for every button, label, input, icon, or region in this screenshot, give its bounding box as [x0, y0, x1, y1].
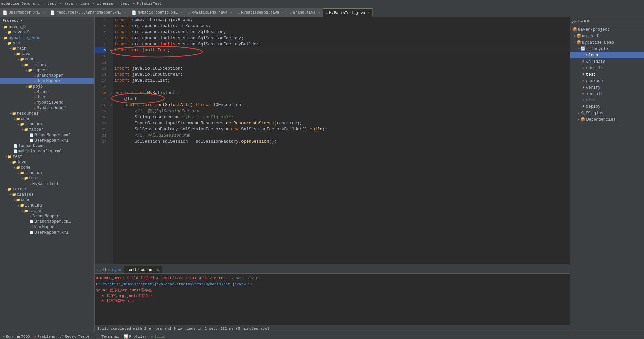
close-icon[interactable]: ✕ — [181, 11, 182, 15]
tree-item-usermapper-xml2[interactable]: 📄 UserMapper.xml — [0, 230, 94, 235]
maven-menu-icon[interactable]: ≡ — [587, 19, 589, 24]
tree-item-java2[interactable]: ▾ 📁 java — [0, 160, 94, 165]
tree-item-mybatisdemo2[interactable]: ☕ MybatisDemo2 — [0, 105, 94, 111]
tree-item-come4[interactable]: ▾ 📁 come — [0, 197, 94, 203]
maven-run-icon[interactable]: ▶ — [574, 19, 577, 24]
close-icon[interactable]: ✕ — [43, 11, 44, 15]
tree-item-logback[interactable]: 📄 logback.xml — [0, 143, 94, 149]
maven-item-lifecycle[interactable]: ▾ 🔄 Lifecycle — [570, 46, 644, 52]
tree-item-test2[interactable]: ▾ 📁 test — [0, 176, 94, 181]
tree-item-main[interactable]: ▾ 📁 main — [0, 46, 94, 51]
tree-item-classes[interactable]: ▾ 📁 classes — [0, 192, 94, 197]
maven-item-dependencies[interactable]: ▸ 📦 Dependencies — [570, 116, 644, 123]
close-icon[interactable]: ✕ — [230, 11, 232, 15]
tree-item-brandmapper-xml2[interactable]: 📄 BrandMapper.xml — [0, 219, 94, 224]
tree-item-brandmapper2[interactable]: ☕ BrandMapper — [0, 214, 94, 219]
maven-item-test[interactable]: ⚡ test — [570, 71, 644, 78]
file-path-line[interactable]: F:\mybatise_Demo\src\test\java\come\ithe… — [96, 282, 568, 286]
regex-tester-button[interactable]: .* Regex Tester — [59, 335, 91, 339]
tree-label: Brand — [37, 90, 49, 94]
tab-brand[interactable]: ☕ Brand.java ✕ — [287, 8, 323, 17]
tree-item-user[interactable]: ☕ User — [0, 95, 94, 100]
tree-item-usermapper[interactable]: ☕ UserMapper — [0, 78, 94, 84]
error-item-2: ✖ 找不到符号 :17 — [101, 298, 568, 304]
tab-icon: 📄 — [132, 10, 136, 15]
maven-item-verify[interactable]: ⚡ verify — [570, 84, 644, 91]
tree-item-come[interactable]: ▾ 📁 come — [0, 57, 94, 62]
tree-item-mybatisdemo[interactable]: ☕ MybatisDemo — [0, 100, 94, 105]
maven-item-package[interactable]: ⚡ package — [570, 78, 644, 84]
run-button[interactable]: ▶ Run — [3, 334, 13, 339]
tree-item-maven-d-root[interactable]: ▾ 📁 maven_D — [0, 24, 94, 30]
verify-icon: ⚡ — [582, 85, 584, 90]
tree-item-brandmapper[interactable]: ☕ BrandMapper — [0, 73, 94, 78]
bottom-panel: Build: Sync Build Output ✕ ✖ maven_Demo:… — [95, 264, 570, 332]
close-icon[interactable]: ✕ — [368, 11, 369, 15]
problems-button[interactable]: ⚠ Problems — [34, 334, 55, 339]
tree-item-brandmapper-xml[interactable]: 📄 BrandMapper.xml — [0, 132, 94, 138]
tree-item-usermapper-xml[interactable]: 📄 UserMapper.xml — [0, 138, 94, 143]
close-icon[interactable]: ✕ — [318, 11, 320, 15]
maven-item-validate[interactable]: ⚡ validate — [570, 58, 644, 65]
tab-brandmapper-xml[interactable]: 📄 resources\...\BrandMapper.xml ✕ — [48, 8, 129, 17]
tree-item-mapper3[interactable]: ▾ 📁 mapper — [0, 208, 94, 214]
maven-item-install[interactable]: ⚡ install — [570, 91, 644, 97]
tab-mybatisdemo[interactable]: ☕ MyBatisDemo.java ✕ — [185, 8, 235, 17]
dependencies-label: Dependencies — [586, 117, 615, 122]
tree-item-target[interactable]: ▾ 📁 target — [0, 187, 94, 192]
maven-expand-icon[interactable]: ⊞ — [584, 19, 586, 24]
maven-item-maven-d[interactable]: ▸ 📦 maven_D — [570, 33, 644, 39]
maven-refresh-icon[interactable]: ↺ — [571, 19, 574, 24]
folder-icon: 📁 — [28, 84, 32, 89]
todo-button[interactable]: ☰ TODO — [17, 334, 30, 339]
close-icon[interactable]: ✕ — [282, 11, 283, 15]
sync-button[interactable]: Sync — [112, 268, 121, 272]
maven-item-maven-project[interactable]: ▾ 📦 maven-project — [570, 26, 644, 33]
tree-item-itheima2[interactable]: ▾ 📁 itheima — [0, 122, 94, 127]
tree-item-itheima[interactable]: ▾ 📁 itheima — [0, 62, 94, 68]
java-icon: ☕ — [34, 90, 36, 94]
file-path-link[interactable]: F:\mybatise_Demo\src\test\java\come\ithe… — [96, 282, 252, 286]
install-label: install — [586, 92, 603, 96]
tree-item-brand[interactable]: ☕ Brand — [0, 89, 94, 95]
terminal-icon: ⬛ — [96, 334, 100, 339]
terminal-button[interactable]: ⬛ Terminal — [96, 334, 119, 339]
maven-item-site[interactable]: ⚡ site — [570, 97, 644, 103]
maven-item-plugins[interactable]: ▸ 🔌 Plugins — [570, 110, 644, 116]
tree-item-resources[interactable]: ▾ 📁 resources — [0, 111, 94, 116]
tree-item-java[interactable]: ▾ 📁 java — [0, 51, 94, 57]
tree-item-mapper[interactable]: ▾ 📁 mapper — [0, 68, 94, 73]
sidebar: Project ▾ ▾ 📁 maven_D ▸ 📁 maven_D ▾ 📁 my… — [0, 17, 95, 332]
tab-mybatisdemo2[interactable]: ☕ MybatisDemo2.java ✕ — [235, 8, 287, 17]
maven-item-deploy[interactable]: ⚡ deploy — [570, 103, 644, 110]
tree-label: mybatise_Demo — [8, 35, 40, 40]
maven-d-icon: 📦 — [576, 33, 581, 39]
tree-item-maven-d-child[interactable]: ▸ 📁 maven_D — [0, 30, 94, 35]
maven-item-clean[interactable]: ⚡ clean — [570, 52, 644, 58]
maven-minus-icon[interactable]: − — [581, 19, 583, 24]
build-button[interactable]: ⚒ Build — [151, 334, 165, 339]
top-bar-title: mybatise_Demo — [1, 2, 30, 6]
tree-item-src[interactable]: ▾ 📁 src — [0, 41, 94, 46]
tree-item-itheima3[interactable]: ▾ 📁 itheima — [0, 170, 94, 176]
tree-item-mybatise-demo[interactable]: ▾ 📁 mybatise_Demo — [0, 35, 94, 41]
profiler-button[interactable]: 📊 Profiler — [123, 334, 147, 339]
tree-item-test-folder[interactable]: ▾ 📁 test — [0, 154, 94, 160]
tree-item-itheima4[interactable]: ▾ 📁 itheima — [0, 203, 94, 208]
tree-item-pojo[interactable]: ▾ 📁 pojo — [0, 84, 94, 89]
maven-item-compile[interactable]: ⚡ compile — [570, 65, 644, 71]
maven-item-mybatise-demo[interactable]: ▾ 📦 mybatise_Demo — [570, 39, 644, 46]
tree-item-mybatistest[interactable]: ☕ MyBatisTest — [0, 181, 94, 187]
tab-mybatistest[interactable]: ☕ MyBatisTest.java ✕ — [323, 8, 373, 17]
tree-item-mapper2[interactable]: ▾ 📁 mapper — [0, 127, 94, 132]
maven-add-icon[interactable]: + — [577, 19, 580, 24]
tree-item-come2[interactable]: ▾ 📁 come — [0, 116, 94, 122]
tree-item-mybatis-config[interactable]: 📄 mybatis-config.xml — [0, 149, 94, 154]
tab-build-output[interactable]: Build Output ✕ — [124, 266, 162, 273]
close-icon[interactable]: ✕ — [124, 11, 125, 15]
tree-item-usermapper2[interactable]: ☕ UserMapper — [0, 224, 94, 230]
tab-usermapper-xml[interactable]: 📄 UserMapper.xml ✕ — [0, 8, 48, 17]
code-lines[interactable]: import come.itheima.pojo.Brand; import o… — [113, 17, 570, 264]
tab-mybatis-config[interactable]: 📄 mybatis-config.xml ✕ — [129, 8, 185, 17]
tree-item-come3[interactable]: ▾ 📁 come — [0, 165, 94, 170]
